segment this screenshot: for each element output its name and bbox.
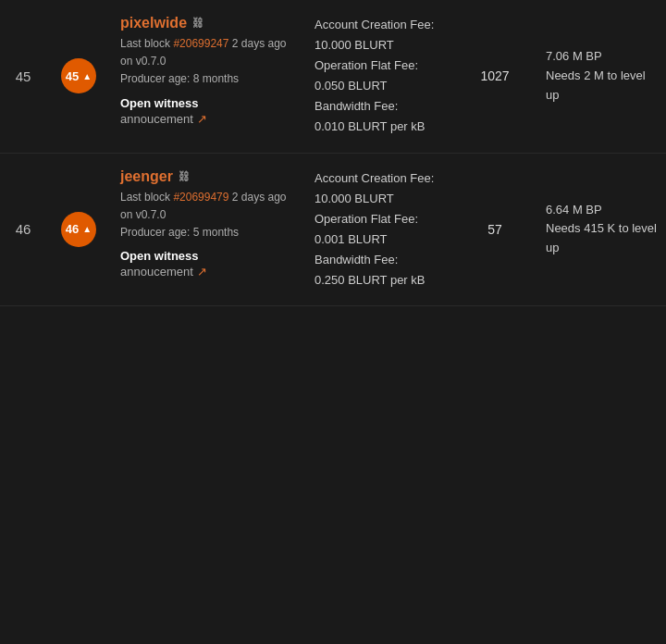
rank-badge: 45 ▲	[61, 58, 96, 93]
rank-number-left: 46	[0, 168, 46, 291]
rank-badge: 46 ▲	[61, 212, 96, 247]
fees-col: Account Creation Fee: 10.000 BLURT Opera…	[305, 15, 453, 138]
rank-badge-number: 46	[66, 222, 79, 236]
account-creation-fee-value: 10.000 BLURT	[314, 38, 394, 52]
open-witness-label: Open witness	[120, 249, 296, 263]
account-creation-fee-label: Account Creation Fee:	[314, 18, 434, 31]
bandwidth-fee-value: 0.010 BLURT per kB	[314, 119, 425, 133]
witness-meta: Last block #20699247 2 days ago on v0.7.…	[120, 35, 296, 89]
witness-name-text[interactable]: jeenger	[120, 168, 173, 185]
bp-info: 7.06 M BPNeeds 2 M to level up	[546, 47, 657, 105]
witness-name-text[interactable]: pixelwide	[120, 15, 187, 31]
rank-badge-number: 45	[66, 69, 79, 83]
rank-number-left: 45	[0, 15, 46, 138]
rank-up-arrow-icon: ▲	[82, 224, 92, 234]
profile-link-icon[interactable]: ⛓	[192, 17, 204, 30]
witness-name[interactable]: pixelwide ⛓	[120, 15, 296, 31]
profile-link-icon[interactable]: ⛓	[179, 170, 190, 183]
announcement-text: annoucement	[120, 112, 193, 126]
bandwidth-fee-label: Bandwidth Fee:	[314, 99, 398, 113]
witness-meta: Last block #20699479 2 days ago on v0.7.…	[120, 189, 296, 242]
operation-flat-fee-label: Operation Flat Fee:	[314, 212, 418, 226]
fees-col: Account Creation Fee: 10.000 BLURT Opera…	[305, 168, 453, 291]
bandwidth-fee-value: 0.250 BLURT per kB	[314, 273, 425, 287]
external-link-icon: ↗	[197, 112, 207, 126]
witness-name[interactable]: jeenger ⛓	[120, 168, 296, 185]
rank-badge-col: 46 ▲	[46, 168, 111, 291]
announcement-link[interactable]: annoucement ↗	[120, 265, 296, 279]
bp-info: 6.64 M BPNeeds 415 K to level up	[546, 201, 657, 258]
bandwidth-fee-label: Bandwidth Fee:	[314, 253, 398, 266]
votes-col: 1027	[453, 15, 536, 138]
votes-col: 57	[453, 168, 536, 291]
account-creation-fee-label: Account Creation Fee:	[314, 171, 434, 185]
witness-row-0: 45 45 ▲ pixelwide ⛓ Last block #20699247…	[0, 0, 666, 154]
operation-flat-fee-value: 0.050 BLURT	[314, 79, 388, 93]
operation-flat-fee-value: 0.001 BLURT	[314, 232, 388, 246]
votes-count: 57	[487, 222, 502, 237]
rank-badge-col: 45 ▲	[46, 15, 111, 138]
announcement-text: annoucement	[120, 265, 193, 279]
witness-info-col: jeenger ⛓ Last block #20699479 2 days ag…	[111, 168, 305, 291]
block-link[interactable]: #20699247	[173, 37, 228, 50]
witness-info-col: pixelwide ⛓ Last block #20699247 2 days …	[111, 15, 305, 138]
bp-col: 7.06 M BPNeeds 2 M to level up	[536, 15, 666, 138]
rank-up-arrow-icon: ▲	[82, 71, 92, 81]
account-creation-fee-value: 10.000 BLURT	[314, 192, 394, 205]
external-link-icon: ↗	[197, 265, 207, 279]
block-link[interactable]: #20699479	[173, 191, 228, 204]
witness-row-1: 46 46 ▲ jeenger ⛓ Last block #20699479 2…	[0, 154, 666, 307]
announcement-link[interactable]: annoucement ↗	[120, 112, 296, 126]
open-witness-label: Open witness	[120, 96, 296, 110]
votes-count: 1027	[480, 68, 509, 83]
bp-col: 6.64 M BPNeeds 415 K to level up	[536, 168, 666, 291]
operation-flat-fee-label: Operation Flat Fee:	[314, 58, 418, 72]
